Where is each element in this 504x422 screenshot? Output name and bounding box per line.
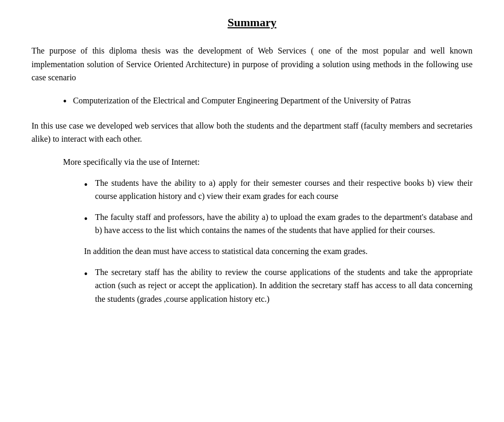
bullet-icon-3: • — [84, 266, 88, 282]
bullet-item-2-text: The faculty staff and professors, have t… — [95, 210, 472, 237]
bullet-list: • The students have the ability to a) ap… — [84, 176, 472, 237]
bullet-item-1: • The students have the ability to a) ap… — [84, 176, 472, 203]
use-case-item-text: Computerization of the Electrical and Co… — [73, 94, 411, 108]
use-case-item: • Computerization of the Electrical and … — [63, 94, 472, 110]
bullet-icon-1: • — [84, 176, 88, 193]
paragraph-1: In this use case we developed web servic… — [32, 119, 472, 146]
note-line: In addition the dean must have access to… — [84, 245, 472, 258]
bullet-item-1-text: The students have the ability to a) appl… — [95, 176, 472, 203]
bullet-item-2: • The faculty staff and professors, have… — [84, 210, 472, 237]
bullet-list-2: • The secretary staff has the ability to… — [84, 266, 472, 306]
page-title: Summary — [32, 16, 472, 29]
bullet-icon: • — [63, 93, 67, 110]
bullet-item-3: • The secretary staff has the ability to… — [84, 266, 472, 306]
use-case-list: • Computerization of the Electrical and … — [63, 94, 472, 110]
bullet-item-3-text: The secretary staff has the ability to r… — [95, 266, 472, 306]
indent-more-specifically: More specifically via the use of Interne… — [63, 155, 472, 169]
bullet-icon-2: • — [84, 210, 88, 227]
intro-paragraph: The purpose of this diploma thesis was t… — [32, 44, 472, 85]
